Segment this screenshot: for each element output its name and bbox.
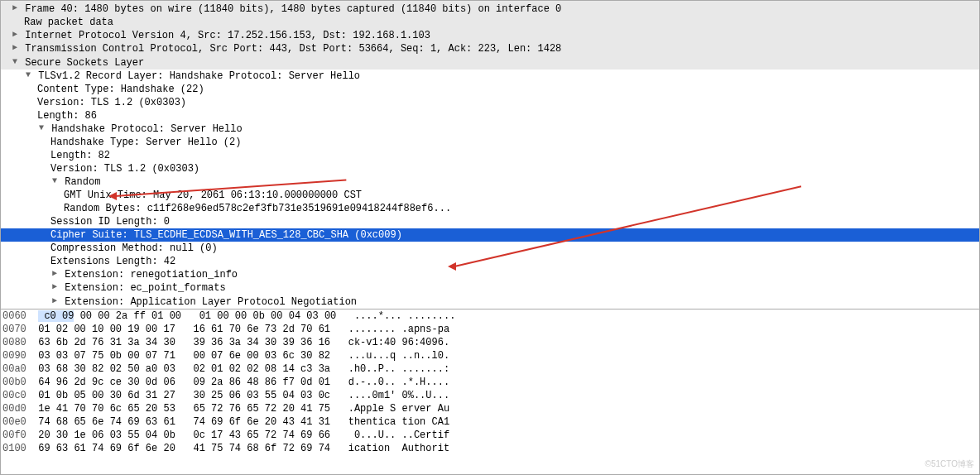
hex-row[interactable]: 0080 63 6b 2d 76 31 3a 34 30 39 36 3a 34…: [1, 336, 979, 349]
ext-renegotiation-text: Extension: renegotiation_info: [65, 269, 238, 281]
expand-toggle-icon[interactable]: [50, 281, 59, 294]
frame-summary-row[interactable]: Frame 40: 1480 bytes on wire (11840 bits…: [1, 2, 979, 16]
hex-ascii: ........ .apns-pa: [348, 324, 449, 335]
hex-ascii: ....*... ........: [354, 310, 455, 322]
ipv4-row[interactable]: Internet Protocol Version 4, Src: 17.252…: [1, 29, 979, 42]
compression-method-row[interactable]: Compression Method: null (0): [1, 242, 979, 255]
gmt-time-text: GMT Unix Time: May 20, 2061 06:13:10.000…: [64, 190, 362, 201]
record-version-row[interactable]: Version: TLS 1.2 (0x0303): [1, 96, 979, 109]
hex-offset: 0060: [2, 310, 26, 322]
expand-toggle-icon[interactable]: [11, 2, 19, 15]
cipher-suite-text: Cipher Suite: TLS_ECDHE_ECDSA_WITH_AES_1…: [50, 229, 402, 241]
hex-ascii: ck-v1:40 96:4096.: [348, 337, 449, 348]
hex-offset: 00e0: [2, 416, 26, 428]
hex-row[interactable]: 0070 01 02 00 10 00 19 00 17 16 61 70 6e…: [1, 323, 979, 336]
ext-renegotiation-row[interactable]: Extension: renegotiation_info: [1, 268, 979, 281]
hex-row[interactable]: 00d0 1e 41 70 70 6c 65 20 53 65 72 76 65…: [1, 402, 979, 415]
hex-row[interactable]: 0060 c0 09 00 00 2a ff 01 00 01 00 00 0b…: [1, 309, 979, 323]
hs-length-text: Length: 82: [50, 150, 110, 161]
hs-version-text: Version: TLS 1.2 (0x0303): [50, 163, 199, 175]
watermark-text: ©51CTO博客: [925, 458, 974, 471]
expand-toggle-icon[interactable]: [50, 267, 59, 281]
hex-row[interactable]: 0090 03 03 07 75 0b 00 07 71 00 07 6e 00…: [1, 349, 979, 362]
session-id-len-text: Session ID Length: 0: [50, 216, 170, 228]
hex-ascii: .h0..P.. .......:: [348, 363, 449, 375]
random-text: Random: [65, 176, 100, 188]
ext-ecpoint-row[interactable]: Extension: ec_point_formats: [1, 281, 979, 295]
hex-ascii: ication Authorit: [348, 443, 449, 454]
handshake-protocol-text: Handshake Protocol: Server Hello: [51, 123, 242, 135]
frame-summary-text: Frame 40: 1480 bytes on wire (11840 bits…: [25, 3, 561, 15]
hex-ascii: .Apple S erver Au: [348, 403, 449, 415]
extensions-length-row[interactable]: Extensions Length: 42: [1, 255, 979, 268]
hex-offset: 0100: [2, 443, 26, 454]
expand-toggle-icon[interactable]: [11, 28, 19, 41]
ssl-row[interactable]: Secure Sockets Layer: [1, 56, 979, 70]
hs-version-row[interactable]: Version: TLS 1.2 (0x0303): [1, 162, 979, 175]
hex-ascii: d.-..0.. .*.H....: [348, 377, 449, 388]
hex-offset: 00b0: [2, 377, 26, 388]
gmt-time-row[interactable]: GMT Unix Time: May 20, 2061 06:13:10.000…: [1, 189, 979, 202]
cipher-suite-row[interactable]: Cipher Suite: TLS_ECDHE_ECDSA_WITH_AES_1…: [1, 228, 979, 242]
hex-row[interactable]: 0100 69 63 61 74 69 6f 6e 20 41 75 74 68…: [1, 442, 979, 455]
extensions-length-text: Extensions Length: 42: [50, 256, 175, 267]
expand-toggle-icon[interactable]: [50, 295, 59, 308]
hex-ascii: ....0m1' 0%..U...: [348, 390, 449, 401]
collapse-toggle-icon[interactable]: [37, 122, 46, 135]
tcp-row[interactable]: Transmission Control Protocol, Src Port:…: [1, 42, 979, 55]
hex-offset: 0070: [2, 324, 26, 335]
hex-ascii: ...u...q ..n..l0.: [348, 350, 449, 362]
hex-row[interactable]: 00b0 64 96 2d 9c ce 30 0d 06 09 2a 86 48…: [1, 376, 979, 389]
hex-ascii: thentica tion CA1: [348, 416, 449, 428]
hex-ascii: 0...U.. ..Certif: [348, 429, 449, 441]
collapse-toggle-icon[interactable]: [11, 55, 19, 69]
raw-packet-text: Raw packet data: [24, 17, 113, 28]
hex-dump-pane[interactable]: 0060 c0 09 00 00 2a ff 01 00 01 00 00 0b…: [1, 309, 979, 455]
hs-length-row[interactable]: Length: 82: [1, 149, 979, 162]
random-bytes-row[interactable]: Random Bytes: c11f268e96ed578c2ef3fb731e…: [1, 202, 979, 215]
random-row[interactable]: Random: [1, 175, 979, 189]
tls-record-text: TLSv1.2 Record Layer: Handshake Protocol…: [38, 70, 360, 82]
ext-ecpoint-text: Extension: ec_point_formats: [65, 283, 225, 295]
ipv4-text: Internet Protocol Version 4, Src: 17.252…: [25, 30, 430, 41]
hex-offset: 0090: [2, 350, 26, 362]
ssl-text: Secure Sockets Layer: [25, 57, 144, 69]
handshake-protocol-row[interactable]: Handshake Protocol: Server Hello: [1, 122, 979, 136]
handshake-type-row[interactable]: Handshake Type: Server Hello (2): [1, 136, 979, 149]
hex-row[interactable]: 00c0 01 0b 05 00 30 6d 31 27 30 25 06 03…: [1, 389, 979, 402]
ext-alpn-text: Extension: Application Layer Protocol Ne…: [65, 296, 357, 308]
record-version-text: Version: TLS 1.2 (0x0303): [37, 97, 186, 108]
ssl-expanded-section: TLSv1.2 Record Layer: Handshake Protocol…: [1, 70, 979, 309]
tls-record-row[interactable]: TLSv1.2 Record Layer: Handshake Protocol…: [1, 70, 979, 83]
collapse-toggle-icon[interactable]: [50, 175, 59, 188]
random-bytes-text: Random Bytes: c11f268e96ed578c2ef3fb731e…: [64, 203, 451, 214]
hex-row[interactable]: 00e0 74 68 65 6e 74 69 63 61 74 69 6f 6e…: [1, 415, 979, 429]
handshake-type-text: Handshake Type: Server Hello (2): [50, 137, 241, 148]
raw-packet-row[interactable]: Raw packet data: [1, 16, 979, 29]
tcp-text: Transmission Control Protocol, Src Port:…: [25, 44, 561, 55]
compression-method-text: Compression Method: null (0): [50, 242, 218, 254]
hex-offset: 00c0: [2, 390, 26, 401]
collapse-toggle-icon[interactable]: [24, 69, 32, 82]
hex-offset: 00f0: [2, 429, 26, 441]
hex-offset: 00a0: [2, 363, 26, 375]
ext-alpn-row[interactable]: Extension: Application Layer Protocol Ne…: [1, 295, 979, 309]
content-type-text: Content Type: Handshake (22): [37, 84, 204, 95]
record-length-text: Length: 86: [37, 110, 97, 122]
highlighted-bytes: c0 09: [38, 310, 74, 322]
hex-row[interactable]: 00a0 03 68 30 82 02 50 a0 03 02 01 02 02…: [1, 362, 979, 376]
hex-offset: 00d0: [2, 403, 26, 415]
hex-row[interactable]: 00f0 20 30 1e 06 03 55 04 0b 0c 17 43 65…: [1, 429, 979, 442]
session-id-len-row[interactable]: Session ID Length: 0: [1, 215, 979, 228]
hex-offset: 0080: [2, 337, 26, 348]
content-type-row[interactable]: Content Type: Handshake (22): [1, 83, 979, 96]
packet-details-tree[interactable]: Frame 40: 1480 bytes on wire (11840 bits…: [1, 1, 979, 309]
expand-toggle-icon[interactable]: [11, 41, 19, 55]
record-length-row[interactable]: Length: 86: [1, 109, 979, 122]
summary-section: Frame 40: 1480 bytes on wire (11840 bits…: [1, 1, 979, 70]
